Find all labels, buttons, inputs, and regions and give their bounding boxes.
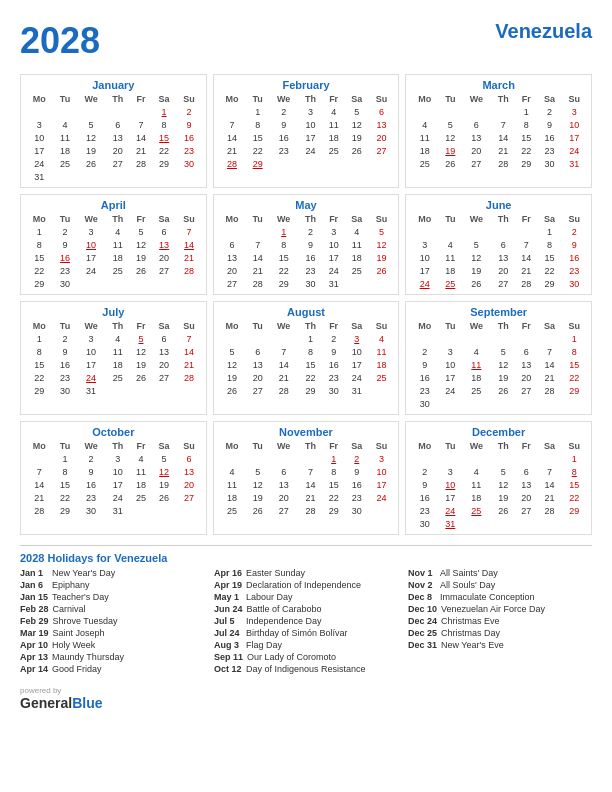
calendar-day: 28 [269, 384, 298, 397]
weekday-header: Th [491, 320, 515, 332]
calendar-day: 10 [298, 118, 322, 131]
calendar-day: 19 [76, 144, 105, 157]
calendar-day: 24 [345, 371, 369, 384]
calendar-day: 9 [269, 118, 298, 131]
calendar-day: 1 [54, 452, 77, 465]
calendar-day [439, 332, 462, 345]
calendar-day: 15 [537, 251, 561, 264]
holiday-item: Jan 15Teacher's Day [20, 592, 204, 602]
month-name: October [25, 426, 202, 438]
calendar-day: 13 [152, 238, 176, 251]
weekday-header: Tu [439, 440, 462, 452]
calendar-day [345, 157, 369, 170]
calendar-day: 25 [345, 264, 369, 277]
holidays-section: 2028 Holidays for Venezuela Jan 1New Yea… [20, 545, 592, 676]
calendar-day: 13 [369, 118, 394, 131]
calendar-day: 10 [439, 358, 462, 371]
calendar-day: 13 [462, 131, 491, 144]
calendar-day: 22 [323, 491, 345, 504]
calendar-day: 23 [410, 384, 439, 397]
weekday-header: We [269, 440, 298, 452]
weekday-header: Tu [54, 93, 77, 105]
calendar-day: 16 [562, 251, 587, 264]
calendar-day: 13 [515, 478, 537, 491]
holiday-name: Epiphany [52, 580, 90, 590]
calendar-day: 23 [269, 144, 298, 157]
holiday-date: Jan 15 [20, 592, 48, 602]
holiday-name: Independence Day [246, 616, 322, 626]
holiday-date: Nov 2 [408, 580, 436, 590]
weekday-header: Sa [537, 213, 561, 225]
calendar-day: 10 [76, 238, 105, 251]
calendar-day: 6 [152, 332, 176, 345]
holiday-name: Declaration of Independence [246, 580, 361, 590]
calendar-day: 19 [130, 358, 152, 371]
calendar-day: 29 [562, 504, 587, 517]
calendar-day: 8 [25, 345, 54, 358]
calendar-day: 5 [369, 225, 394, 238]
calendar-day: 28 [25, 504, 54, 517]
holiday-name: Labour Day [246, 592, 293, 602]
weekday-header: We [76, 440, 105, 452]
calendar-day: 15 [562, 358, 587, 371]
calendar-day: 5 [76, 118, 105, 131]
holiday-date: Sep 11 [214, 652, 243, 662]
calendar-day: 2 [269, 105, 298, 118]
calendar-day: 24 [439, 384, 462, 397]
calendar-day: 14 [176, 345, 201, 358]
calendar-day: 6 [218, 238, 247, 251]
holiday-item: Apr 13Maundy Thursday [20, 652, 204, 662]
holiday-name: Shrove Tuesday [53, 616, 118, 626]
calendar-day: 22 [515, 144, 537, 157]
calendar-day: 6 [152, 225, 176, 238]
calendar-day [462, 452, 491, 465]
month-name: September [410, 306, 587, 318]
calendar-day: 27 [218, 277, 247, 290]
calendar-day: 22 [54, 491, 77, 504]
calendar-day [106, 277, 130, 290]
calendar-day [130, 105, 152, 118]
calendar-day: 29 [269, 277, 298, 290]
calendar-day [152, 277, 176, 290]
holiday-item: Sep 11Our Lady of Coromoto [214, 652, 398, 662]
calendar-day [462, 397, 491, 410]
calendar-day: 4 [54, 118, 77, 131]
calendar-day: 17 [76, 358, 105, 371]
weekday-header: Mo [218, 213, 247, 225]
month-name: June [410, 199, 587, 211]
weekday-header: Sa [152, 320, 176, 332]
calendar-day [410, 105, 439, 118]
calendar-day: 26 [246, 504, 269, 517]
calendar-day: 2 [298, 225, 322, 238]
calendar-day: 9 [54, 345, 77, 358]
holiday-name: Teacher's Day [52, 592, 109, 602]
calendar-day [176, 170, 201, 183]
weekday-header: Fr [323, 213, 345, 225]
calendar-day: 9 [323, 345, 345, 358]
holiday-item: Apr 19Declaration of Independence [214, 580, 398, 590]
calendar-day: 12 [218, 358, 247, 371]
holiday-name: Day of Indigenous Resistance [246, 664, 366, 674]
calendar-day: 6 [176, 452, 201, 465]
calendar-day: 6 [269, 465, 298, 478]
calendar-day: 19 [345, 131, 369, 144]
holiday-name: New Year's Day [52, 568, 115, 578]
calendar-day: 11 [218, 478, 247, 491]
weekday-header: Fr [323, 440, 345, 452]
calendar-day: 15 [246, 131, 269, 144]
weekday-header: We [269, 213, 298, 225]
holiday-name: Flag Day [246, 640, 282, 650]
calendar-day: 18 [369, 358, 394, 371]
calendar-day: 15 [25, 251, 54, 264]
calendar-day: 29 [54, 504, 77, 517]
weekday-header: Sa [345, 213, 369, 225]
calendar-day: 3 [76, 332, 105, 345]
calendar-day: 26 [130, 371, 152, 384]
month-block-october: OctoberMoTuWeThFrSaSu1234567891011121314… [20, 421, 207, 535]
calendar-day: 16 [298, 251, 322, 264]
calendar-day: 21 [491, 144, 515, 157]
weekday-header: Mo [25, 213, 54, 225]
calendar-day: 17 [298, 131, 322, 144]
calendar-day [298, 157, 322, 170]
calendar-day [462, 105, 491, 118]
